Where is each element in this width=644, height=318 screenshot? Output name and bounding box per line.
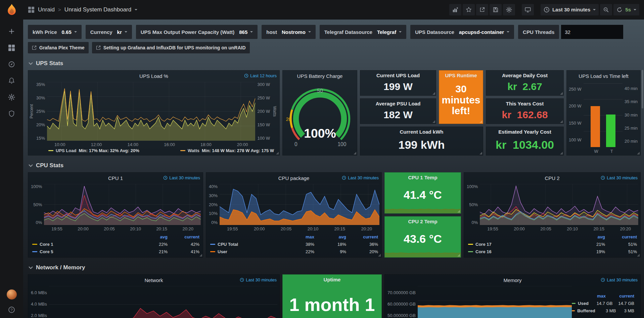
cpu-stats-row: CPU 1 Last 30 minutes 100%50%0% 19:5520:… [28, 172, 641, 258]
alerting-bell-icon[interactable] [8, 77, 15, 84]
ups-stats-row: UPS Load % Last 12 hours Percent 35%30%2… [28, 70, 641, 155]
chevron-down-icon [634, 9, 636, 10]
section-network-memory[interactable]: Network / Memory [29, 264, 641, 271]
variable-telegraf-datasource[interactable]: Telegraf DatasourceTelegraf [320, 25, 406, 39]
link-grafana-plex-theme[interactable]: Grafana Plex Theme [28, 42, 89, 53]
clock-icon [544, 7, 550, 13]
panel-cpu1-temp: CPU 1 Temp 41.4 °C [384, 172, 461, 214]
panel-estimated-yearly-cost: Estimated Yearly Cost kr 1034.00 [486, 127, 564, 155]
add-panel-button[interactable] [449, 4, 461, 15]
battery-value: 100% [304, 126, 336, 140]
cpu-package-chart[interactable] [220, 184, 379, 225]
panel-time-badge: Last 30 minutes [601, 175, 638, 180]
cycle-view-monitor-button[interactable] [522, 4, 534, 15]
link-ups-monitoring-guide[interactable]: Setting up Grafana and InfluxDB for UPS … [92, 42, 250, 53]
panel-current-load-kwh: Current Load kWh 199 kWh [360, 127, 483, 155]
stat-value: kr 162.68 [486, 108, 563, 124]
panel-ups-battery-charge: UPS Battery Charge 0 50 100 20 100% [282, 70, 357, 155]
panel-cpu-package: CPU package Last 30 minutes 40%30%20%10%… [206, 172, 382, 258]
variable-kwh-price[interactable]: kWh Price0.65 [28, 25, 82, 39]
cpu1-chart[interactable] [44, 184, 201, 225]
chevron-down-icon [29, 62, 33, 65]
panel-title[interactable]: Memory [503, 277, 521, 283]
stat-value: kr 2.67 [486, 80, 563, 95]
panel-current-ups-load: Current UPS Load 199 W [360, 70, 436, 96]
panel-title[interactable]: CPU 1 Temp [385, 173, 461, 182]
explore-compass-icon[interactable] [8, 61, 15, 68]
y-ticks-left: 6.0 MBs4.0 MBs2.0 MBs [29, 286, 49, 318]
dashboard-title[interactable]: Unraid System Dashboard [64, 6, 131, 13]
panel-time-badge: Last 30 minutes [601, 277, 638, 282]
panel-title[interactable]: CPU 2 [545, 175, 559, 181]
panel-average-daily-cost: Average Daily Cost kr 2.67 [486, 70, 564, 96]
legend-row: Used14.7 GB14.7 GB [572, 300, 634, 307]
variable-ups-max-output[interactable]: UPS Max Output Power Capacity (Watt)865 [136, 25, 258, 39]
panel-title[interactable]: Uptime [283, 275, 381, 284]
dashboard-canvas: kWh Price0.65 Currencykr UPS Max Output … [23, 19, 644, 318]
cpu2-chart[interactable] [480, 184, 638, 225]
section-cpu-stats[interactable]: CPU Stats [29, 162, 641, 169]
legend-row: Core 1721%51% [468, 240, 637, 248]
panel-title[interactable]: CPU package [278, 175, 310, 181]
svg-text:100: 100 [337, 141, 346, 147]
variable-host[interactable]: hostNostromo [262, 25, 316, 39]
dashboard-links-row: Grafana Plex Theme Setting up Grafana an… [28, 42, 641, 53]
refresh-button[interactable]: 5s [613, 4, 639, 15]
panel-title[interactable]: Current UPS Load [360, 71, 436, 80]
panel-cpu1: CPU 1 Last 30 minutes 100%50%0% 19:5520:… [28, 172, 203, 258]
panel-title[interactable]: UPS Load vs Time left [579, 73, 628, 79]
dashboards-icon[interactable] [8, 44, 15, 51]
panel-title[interactable]: UPS Battery Charge [297, 73, 343, 79]
cpu-threads-input[interactable] [561, 25, 623, 39]
panel-title[interactable]: UPS Load % [139, 73, 168, 79]
star-button[interactable] [463, 4, 475, 15]
time-range-picker[interactable]: Last 30 minutes [541, 4, 599, 15]
share-button[interactable] [476, 4, 488, 15]
y-ticks-right: 300 W250 W200 W150 W100 W [255, 82, 272, 141]
panel-title[interactable]: This Years Cost [486, 99, 563, 108]
panel-title[interactable]: CPU 1 [108, 175, 123, 181]
zoom-out-button[interactable] [600, 4, 612, 15]
memory-chart[interactable] [418, 286, 572, 318]
grafana-logo-icon[interactable] [5, 3, 19, 17]
chevron-down-icon [29, 266, 33, 269]
ups-load-chart[interactable] [47, 82, 255, 141]
panel-title[interactable]: Estimated Yearly Cost [486, 127, 563, 136]
panel-title[interactable]: CPU 2 Temp [385, 217, 461, 226]
scrollbar[interactable] [642, 70, 643, 108]
panel-title[interactable]: Average Daily Cost [486, 71, 563, 80]
bar-watts[interactable] [591, 106, 600, 147]
breadcrumb-folder[interactable]: Unraid [38, 6, 55, 13]
clock-icon [601, 278, 605, 282]
time-range-label: Last 30 minutes [552, 7, 590, 12]
dashboard-settings-button[interactable] [503, 4, 515, 15]
bar-time-left[interactable] [606, 115, 615, 147]
battery-gauge: 0 50 100 20 100% [283, 81, 357, 155]
admin-shield-icon[interactable] [8, 110, 15, 117]
x-ticks: 19:5520:0020:0520:1020:1520:20 [220, 225, 379, 232]
variable-currency[interactable]: Currencykr [86, 25, 132, 39]
clock-icon [244, 74, 248, 78]
stat-value: 1 month 1 [283, 284, 381, 318]
legend-series-name[interactable]: UPS Load [56, 148, 76, 153]
panel-title[interactable]: Network [144, 277, 163, 283]
save-button[interactable] [490, 4, 502, 15]
stat-value: 30 minutes left! [439, 80, 483, 124]
network-chart[interactable] [49, 286, 277, 318]
panel-title[interactable]: Current Load kWh [360, 127, 483, 136]
help-icon[interactable]: ? [8, 306, 15, 313]
legend-row: User22%9%20% [210, 248, 378, 255]
legend-series-name[interactable]: Watts [188, 148, 199, 153]
legend: UPS LoadMin: 17% Max: 32% Avg: 20% Watts… [28, 148, 279, 155]
y-ticks-left: 40%30%20%10%0% [207, 184, 220, 225]
panel-title[interactable]: UPS Runtime [439, 71, 483, 80]
configuration-gear-icon[interactable] [8, 94, 15, 101]
stat-value: 199 W [360, 80, 436, 95]
user-avatar[interactable] [7, 289, 17, 300]
panel-title[interactable]: Average PSU Load [360, 99, 436, 108]
section-ups-stats[interactable]: UPS Stats [29, 60, 641, 67]
panel-time-badge: Last 30 minutes [240, 277, 277, 282]
panel-cpu2: CPU 2 Last 30 minutes 100%50%0% 19:5520:… [464, 172, 641, 258]
variable-ups-datasource[interactable]: UPS Datasourceapcupsd-container [410, 25, 514, 39]
create-plus-icon[interactable] [8, 28, 15, 35]
